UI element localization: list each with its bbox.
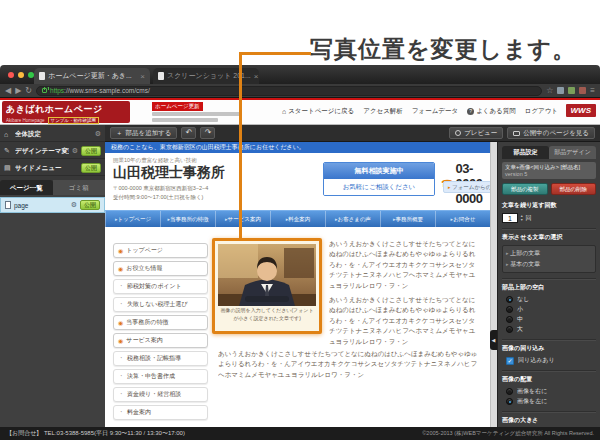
collapse-panel-handle[interactable]: ◀ <box>490 330 497 350</box>
preview-button[interactable]: プレビュー <box>449 127 503 139</box>
menu-item[interactable]: ・税務相談・記帳指導 <box>113 351 208 366</box>
tab-close-icon[interactable]: × <box>140 72 145 81</box>
sidebar-item-design-theme[interactable]: ✎ デザインテーマ変更 ⚙ 公開 <box>0 144 105 159</box>
extension-icon[interactable] <box>568 87 575 94</box>
spacing-option-small[interactable]: 小 <box>506 305 596 314</box>
repeat-count-input[interactable]: 1 <box>502 213 518 223</box>
add-part-button[interactable]: ＋部品を追加する <box>110 127 177 139</box>
page-list-item-selected[interactable]: page ⚙ 公開 <box>0 197 105 213</box>
duplicate-part-button[interactable]: 部品の複製 <box>502 183 548 195</box>
panel-tabs: 部品設定 部品デザイン <box>502 146 596 159</box>
annotation-label: 写真位置を変更します。 <box>310 34 576 65</box>
site-nav-contact[interactable]: ▸お問合せ <box>435 211 490 227</box>
menu-item[interactable]: ・決算・申告書作成 <box>113 369 208 384</box>
site-tagline: 開業10年の豊富な経験と高い技術 <box>113 157 197 164</box>
publish-button[interactable]: 公開 <box>81 163 101 173</box>
back-icon[interactable]: ◀ <box>5 87 11 95</box>
site-nav-top[interactable]: ▸トップページ <box>105 211 160 227</box>
text-select-option-basic[interactable]: ▸ 基本の文章 <box>506 259 592 270</box>
gear-icon[interactable]: ⚙ <box>71 201 77 209</box>
tab-favicon-icon <box>158 72 164 80</box>
menu-item[interactable]: ・節税対策のポイント <box>113 279 208 294</box>
nav-faq[interactable]: ?よくある質問 <box>467 107 516 116</box>
nav-form-data[interactable]: フォームデータ <box>412 107 458 116</box>
menu-bullet-icon: ・ <box>118 354 124 363</box>
stepper-buttons[interactable]: ▲▼ <box>520 214 523 222</box>
menu-item[interactable]: ・資金繰り・経営相談 <box>113 387 208 402</box>
checkbox-icon: ✓ <box>506 357 514 365</box>
nav-start-page[interactable]: ⌂スタートページに戻る <box>282 107 354 116</box>
extension-icon[interactable] <box>579 87 586 94</box>
menu-item[interactable]: ◉サービス案内 <box>113 333 208 348</box>
tab-close-icon[interactable]: × <box>254 72 259 81</box>
contact-form-link[interactable]: ▸ フォームからのお問合せはこちら <box>443 181 490 193</box>
spin-down-icon[interactable]: ▼ <box>520 218 523 222</box>
tab-part-settings[interactable]: 部品設定 <box>502 146 549 159</box>
url-scheme: https <box>50 87 64 94</box>
menu-bullet-icon: ・ <box>118 300 124 309</box>
tab-part-design[interactable]: 部品デザイン <box>549 146 596 159</box>
site-nav-services[interactable]: ▸サービス案内 <box>215 211 270 227</box>
sidebar-tabs: ページ一覧 ゴミ箱 <box>0 180 105 195</box>
gear-icon[interactable]: ⚙ <box>72 147 78 155</box>
browser-menu-icon[interactable]: ≡ <box>590 87 595 95</box>
position-option-left[interactable]: 画像を左に <box>506 397 596 406</box>
forward-icon[interactable]: ▶ <box>15 87 21 95</box>
position-option-right[interactable]: 画像を右に <box>506 387 596 396</box>
window-controls <box>8 72 34 78</box>
publish-button[interactable]: 公開 <box>80 200 100 210</box>
publish-button[interactable]: 公開 <box>81 146 101 156</box>
site-preview: 税務のことなら、東京都新宿区の山田税理士事務所にお任せください。 開業10年の豊… <box>105 142 490 427</box>
site-nav-overview[interactable]: ▸事務所概要 <box>380 211 435 227</box>
menu-item[interactable]: ◉当事務所の特徴 <box>113 315 208 330</box>
close-window-button[interactable] <box>8 72 14 78</box>
text-select-label: 表示させる文章の選択 <box>502 233 596 242</box>
gear-icon[interactable]: ⚙ <box>95 130 101 138</box>
url-input[interactable]: https://www.sms-sample.com/cms/ <box>36 86 542 96</box>
radio-icon <box>506 296 513 303</box>
question-icon: ? <box>467 108 474 115</box>
part-version: version 5 <box>505 171 593 177</box>
page-list: page ⚙ 公開 <box>0 195 105 427</box>
site-nav-bar: ▸トップページ ▸当事務所の特徴 ▸サービス案内 ▸料金案内 ▸お客さまの声 ▸… <box>105 210 490 227</box>
site-nav-voices[interactable]: ▸お客さまの声 <box>325 211 380 227</box>
page-body: ◉トップページ ◉お役立ち情報 ・節税対策のポイント ・失敗しない税理士選び ◉… <box>105 227 490 427</box>
text-select-option-upper[interactable]: ▸ 上部の文章 <box>506 248 592 259</box>
undo-button[interactable]: ↶ <box>181 127 196 139</box>
annotation-connector-line-horizontal <box>239 52 311 55</box>
spacing-option-none[interactable]: なし <box>506 295 596 304</box>
wrap-checkbox-option[interactable]: ✓回り込みあり <box>506 356 596 365</box>
redo-button[interactable]: ↷ <box>200 127 215 139</box>
menu-bullet-icon: ・ <box>118 372 124 381</box>
menu-item[interactable]: ・失敗しない税理士選び <box>113 297 208 312</box>
bookmark-star-icon[interactable]: ☆ <box>546 87 553 95</box>
delete-part-button[interactable]: 部品の削除 <box>551 183 597 195</box>
menu-item[interactable]: ◉トップページ <box>113 243 208 258</box>
logo-subtitle: Akibare Homepage <box>6 118 45 123</box>
minimize-window-button[interactable] <box>18 72 24 78</box>
reload-icon[interactable]: ↻ <box>25 87 32 95</box>
spacing-option-medium[interactable]: 中 <box>506 315 596 324</box>
nav-access-analytics[interactable]: アクセス解析 <box>363 107 403 116</box>
extension-icon[interactable] <box>557 87 564 94</box>
akibare-logo[interactable]: あきばれホームページ Akibare Homepage サンプル・動作確認用 <box>2 101 130 123</box>
annotation-connector-line-vertical <box>239 52 242 239</box>
sidebar-item-side-menu[interactable]: ▤ サイドメニュー 公開 <box>0 161 105 176</box>
sidebar-item-global-settings[interactable]: ⌂ 全体設定 ⚙ <box>0 127 105 142</box>
nav-logout[interactable]: ログアウト <box>525 107 558 116</box>
selected-photo-part[interactable]: 画像の説明を入力してください(フォントが小さく設定された文章です) <box>212 238 322 334</box>
site-nav-pricing[interactable]: ▸料金案内 <box>270 211 325 227</box>
site-nav-features[interactable]: ▸当事務所の特徴 <box>160 211 215 227</box>
panel-gutter <box>490 142 497 427</box>
spacing-option-large[interactable]: 大 <box>506 325 596 334</box>
consultation-banner[interactable]: 無料相談実施中 お気軽にご相談ください <box>323 162 435 196</box>
menu-item[interactable]: ・料金案内 <box>113 405 208 420</box>
tab-page-list[interactable]: ページ一覧 <box>0 180 53 195</box>
browser-tab-active[interactable]: ホームページ更新・あき... × <box>34 68 150 84</box>
browser-tab-inactive[interactable]: スクリーンショット 201... × <box>153 68 259 84</box>
tab-title: ホームページ更新・あき... <box>48 71 132 81</box>
tab-trash[interactable]: ゴミ箱 <box>53 180 106 195</box>
menu-item[interactable]: ◉お役立ち情報 <box>113 261 208 276</box>
view-published-button[interactable]: 公開中のページを見る <box>507 127 595 139</box>
image-position-label: 画像の配置 <box>502 375 596 384</box>
